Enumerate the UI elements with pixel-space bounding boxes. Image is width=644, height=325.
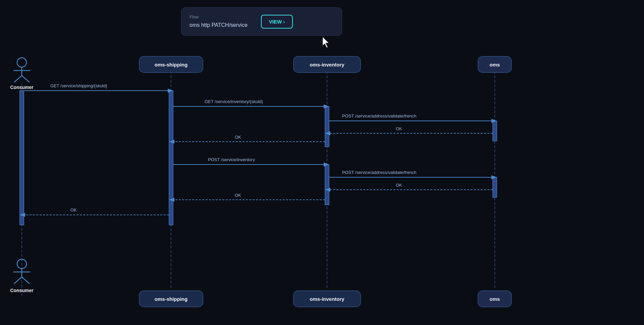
oms-shipping-top-label: oms-shipping: [155, 62, 187, 67]
consumer-top-right-leg: [22, 76, 30, 82]
tooltip-card: Flow oms http PATCH/service VIEW ›: [181, 7, 342, 36]
tooltip-text: Flow oms http PATCH/service: [190, 14, 248, 29]
arrow-1-label: GET /service/shipping/{skuld}: [50, 83, 107, 88]
arrow-9-label: OK: [235, 193, 241, 198]
arrow-6-label: POST /service/inventory: [208, 157, 255, 162]
arrow-7-label: POST /service/address/validate/french: [342, 170, 417, 175]
oms-top-label: oms: [490, 62, 500, 67]
consumer-top-left-leg: [14, 76, 22, 82]
sequence-diagram: GET /service/shipping/{skuld} GET /servi…: [0, 54, 644, 325]
oms-shipping-activation: [169, 91, 173, 225]
tooltip-value: oms http PATCH/service: [190, 21, 248, 30]
oms-inventory-activation-1: [325, 106, 329, 147]
arrow-5-label: OK: [235, 135, 241, 140]
oms-inventory-bottom-label: oms-inventory: [310, 296, 344, 302]
oms-shipping-bottom-label: oms-shipping: [155, 296, 187, 302]
arrow-10-label: OK: [70, 207, 77, 213]
tooltip-label: Flow: [190, 14, 248, 21]
cursor-icon: [322, 36, 331, 48]
consumer-bottom-label: Consumer: [10, 288, 34, 293]
arrow-4-label: OK: [396, 126, 402, 131]
consumer-top-label: Consumer: [10, 85, 34, 90]
view-button[interactable]: VIEW ›: [261, 15, 293, 29]
consumer-top-head: [17, 58, 26, 67]
consumer-bottom-right-leg: [22, 277, 30, 284]
consumer-bottom-left-leg: [14, 277, 22, 284]
oms-bottom-label: oms: [490, 296, 500, 302]
arrow-8-label: OK: [396, 183, 402, 188]
oms-inventory-activation-2: [325, 165, 329, 205]
oms-activation-2: [493, 177, 497, 197]
oms-inventory-top-label: oms-inventory: [310, 62, 344, 67]
oms-activation-1: [493, 121, 497, 141]
arrow-2-label: GET /service/inventory/{skuld}: [205, 99, 263, 104]
arrow-3-label: POST /service/address/validate/french: [342, 113, 417, 119]
consumer-activation: [20, 91, 24, 225]
